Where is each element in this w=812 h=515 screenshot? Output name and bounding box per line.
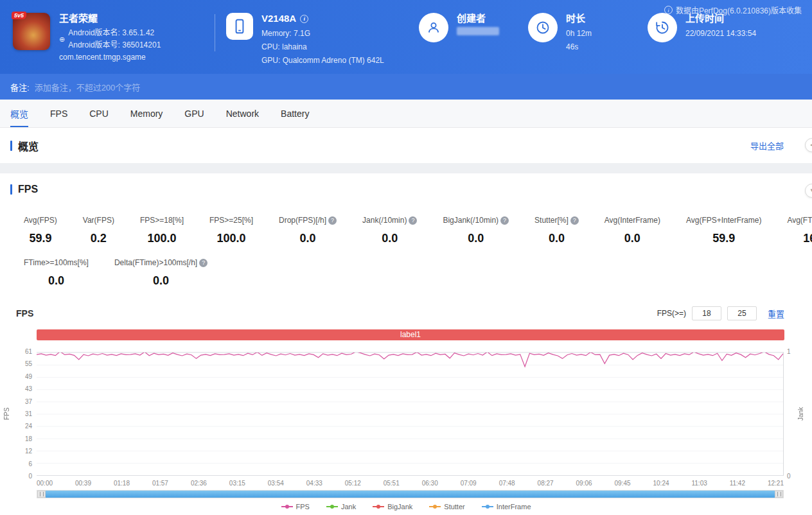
clock-icon xyxy=(528,13,558,42)
metric-value: 0.0 xyxy=(362,232,417,245)
fps-overview-panel: FPS ▼ Avg(FPS) 59.9 Var(FPS) 0.2 xyxy=(0,173,812,511)
fps-metrics-row2: FTime>=100ms[%] 0.0 Delta(FTime)>100ms[/… xyxy=(0,258,812,288)
y-axis-ticks-left: 61554943373124181260 xyxy=(12,352,37,476)
metric-label: FPS>=25[%] xyxy=(209,216,253,225)
x-tick: 09:06 xyxy=(576,480,592,490)
metric-value: 0.0 xyxy=(279,232,337,245)
x-tick: 09:45 xyxy=(615,480,631,490)
note-label: 备注: xyxy=(10,81,30,93)
chart-scrollbar[interactable] xyxy=(37,490,784,498)
info-icon[interactable]: i xyxy=(300,15,308,23)
legend-item[interactable]: InterFrame xyxy=(482,503,531,511)
note-placeholder: 添加备注，不超过200个字符 xyxy=(35,81,141,93)
scrollbar-left-handle[interactable] xyxy=(37,491,46,498)
x-tick: 03:54 xyxy=(268,480,284,490)
metric-value: 0.0 xyxy=(114,274,207,288)
section-separator xyxy=(0,163,812,173)
y-axis-ticks-right: 10 xyxy=(784,352,794,476)
tab[interactable]: Battery xyxy=(281,100,309,127)
chart-legend: FPS Jank BigJank Stutter InterFrame xyxy=(0,503,812,511)
tab[interactable]: CPU xyxy=(89,100,109,127)
collapse-fps-button[interactable]: ▼ xyxy=(805,184,812,198)
tab[interactable]: Memory xyxy=(130,100,163,127)
metric-label: FTime>=100ms[%] xyxy=(24,258,89,267)
chart-annotation-label1[interactable]: label1 xyxy=(37,329,784,340)
duration-label: 时长 xyxy=(566,13,599,24)
info-icon[interactable]: ? xyxy=(328,216,337,225)
tab[interactable]: 概览 xyxy=(10,100,28,127)
device-cpu: CPU: lahaina xyxy=(261,40,384,54)
legend-item[interactable]: FPS xyxy=(281,503,310,511)
metric: Avg(FPS+InterFrame) 59.9 xyxy=(686,216,761,245)
info-icon[interactable]: ? xyxy=(409,216,417,225)
history-clock-icon xyxy=(648,13,677,42)
x-tick: 10:24 xyxy=(653,480,669,490)
metric: Avg(FPS) 59.9 xyxy=(24,216,57,245)
x-tick: 03:15 xyxy=(229,480,245,490)
metric: Avg(FTime)[ms] 16.7 xyxy=(787,216,812,245)
device-gpu: GPU: Qualcomm Adreno (TM) 642L xyxy=(261,54,384,67)
metric-value: 100.0 xyxy=(209,232,253,245)
y-tick: 31 xyxy=(12,410,32,417)
app-name: 王者荣耀 xyxy=(59,13,161,24)
y-tick: 1 xyxy=(787,348,794,355)
scrollbar-thumb[interactable] xyxy=(46,491,775,498)
metric: Avg(InterFrame) 0.0 xyxy=(605,216,660,245)
tab[interactable]: Network xyxy=(226,100,259,127)
x-tick: 07:48 xyxy=(499,480,515,490)
legend-marker-icon xyxy=(281,506,293,507)
x-tick: 05:12 xyxy=(345,480,361,490)
tab[interactable]: GPU xyxy=(184,100,204,127)
note-input[interactable]: 备注: 添加备注，不超过200个字符 xyxy=(0,74,812,100)
metric: BigJank(/10min) ? 0.0 xyxy=(443,216,509,245)
fps-section-title: FPS xyxy=(0,184,812,195)
creator-cluster: 创建者 xyxy=(419,13,509,42)
fps-line-series xyxy=(37,353,783,475)
legend-item[interactable]: BigJank xyxy=(373,503,412,511)
metric-label: Jank(/10min) xyxy=(362,216,407,225)
info-icon[interactable]: ? xyxy=(570,216,579,225)
x-tick: 11:42 xyxy=(730,480,745,490)
metric-value: 59.9 xyxy=(24,232,57,245)
info-icon[interactable]: ? xyxy=(199,259,207,267)
collapse-overview-button[interactable]: ◀ xyxy=(805,138,812,152)
fps-threshold-min-input[interactable] xyxy=(692,306,721,320)
legend-marker-icon xyxy=(429,506,441,507)
metric-value: 59.9 xyxy=(686,232,761,245)
legend-marker-icon xyxy=(482,506,493,507)
legend-item[interactable]: Stutter xyxy=(429,503,464,511)
legend-item[interactable]: Jank xyxy=(326,503,356,511)
metric-label: Avg(FPS) xyxy=(24,216,57,225)
export-all-link[interactable]: 导出全部 xyxy=(750,139,784,152)
x-tick: 00:00 xyxy=(37,480,53,490)
tab[interactable]: FPS xyxy=(50,100,67,127)
x-tick: 12:21 xyxy=(768,480,784,490)
metric: Stutter[%] ? 0.0 xyxy=(534,216,579,245)
metric-value: 0.0 xyxy=(443,232,509,245)
package-name: com.tencent.tmgp.sgame xyxy=(59,51,161,64)
x-tick: 04:33 xyxy=(306,480,322,490)
metric-label: FPS>=18[%] xyxy=(140,216,184,225)
android-version-code: Android版本号: 365014201 xyxy=(68,39,161,51)
fps-threshold-max-input[interactable] xyxy=(727,306,757,320)
overview-title: 概览 xyxy=(10,138,39,153)
metric-label: Delta(FTime)>100ms[/h] xyxy=(114,258,197,267)
info-icon[interactable]: ? xyxy=(500,216,509,225)
metric-value: 0.2 xyxy=(83,232,114,245)
metric-value: 0.0 xyxy=(24,274,89,288)
info-icon: i xyxy=(664,6,673,14)
y-tick: 61 xyxy=(12,348,32,355)
android-version-name: Android版本名: 3.65.1.42 xyxy=(68,27,161,39)
x-tick: 11:03 xyxy=(691,480,707,490)
fps-metrics-row1: Avg(FPS) 59.9 Var(FPS) 0.2 FPS>=18[%] 10 xyxy=(0,216,812,245)
reset-link[interactable]: 重置 xyxy=(768,308,784,320)
scrollbar-right-handle[interactable] xyxy=(775,491,783,498)
fps-plot-area[interactable] xyxy=(37,352,784,476)
x-tick: 06:30 xyxy=(422,480,438,490)
metric: Var(FPS) 0.2 xyxy=(83,216,114,245)
y-tick: 0 xyxy=(12,473,32,480)
user-icon xyxy=(419,13,448,42)
collected-by-text: 数据由PerfDog(6.0.210836)版本收集 xyxy=(676,4,802,15)
metric-value: 0.0 xyxy=(534,232,579,245)
device-memory: Memory: 7.1G xyxy=(261,27,384,40)
